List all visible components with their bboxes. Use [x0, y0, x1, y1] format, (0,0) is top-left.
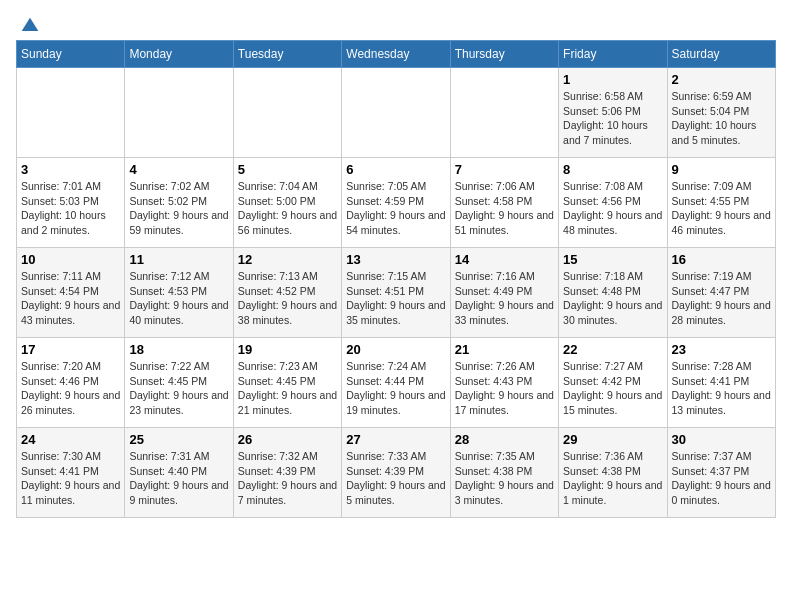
- calendar-cell: 8Sunrise: 7:08 AM Sunset: 4:56 PM Daylig…: [559, 158, 667, 248]
- day-info: Sunrise: 7:31 AM Sunset: 4:40 PM Dayligh…: [129, 449, 228, 508]
- calendar-cell: 19Sunrise: 7:23 AM Sunset: 4:45 PM Dayli…: [233, 338, 341, 428]
- day-number: 6: [346, 162, 445, 177]
- day-info: Sunrise: 7:37 AM Sunset: 4:37 PM Dayligh…: [672, 449, 771, 508]
- day-number: 3: [21, 162, 120, 177]
- calendar-cell: 15Sunrise: 7:18 AM Sunset: 4:48 PM Dayli…: [559, 248, 667, 338]
- calendar-cell: 13Sunrise: 7:15 AM Sunset: 4:51 PM Dayli…: [342, 248, 450, 338]
- calendar-cell: 10Sunrise: 7:11 AM Sunset: 4:54 PM Dayli…: [17, 248, 125, 338]
- calendar-cell: 4Sunrise: 7:02 AM Sunset: 5:02 PM Daylig…: [125, 158, 233, 248]
- calendar-row: 1Sunrise: 6:58 AM Sunset: 5:06 PM Daylig…: [17, 68, 776, 158]
- col-header-monday: Monday: [125, 41, 233, 68]
- day-info: Sunrise: 7:22 AM Sunset: 4:45 PM Dayligh…: [129, 359, 228, 418]
- calendar-cell: 1Sunrise: 6:58 AM Sunset: 5:06 PM Daylig…: [559, 68, 667, 158]
- calendar-cell: 28Sunrise: 7:35 AM Sunset: 4:38 PM Dayli…: [450, 428, 558, 518]
- day-number: 15: [563, 252, 662, 267]
- calendar-cell: [450, 68, 558, 158]
- day-info: Sunrise: 7:26 AM Sunset: 4:43 PM Dayligh…: [455, 359, 554, 418]
- day-info: Sunrise: 7:12 AM Sunset: 4:53 PM Dayligh…: [129, 269, 228, 328]
- day-info: Sunrise: 7:23 AM Sunset: 4:45 PM Dayligh…: [238, 359, 337, 418]
- day-info: Sunrise: 7:33 AM Sunset: 4:39 PM Dayligh…: [346, 449, 445, 508]
- day-number: 1: [563, 72, 662, 87]
- day-number: 9: [672, 162, 771, 177]
- calendar-table: SundayMondayTuesdayWednesdayThursdayFrid…: [16, 40, 776, 518]
- day-number: 7: [455, 162, 554, 177]
- col-header-wednesday: Wednesday: [342, 41, 450, 68]
- day-info: Sunrise: 7:35 AM Sunset: 4:38 PM Dayligh…: [455, 449, 554, 508]
- calendar-cell: 12Sunrise: 7:13 AM Sunset: 4:52 PM Dayli…: [233, 248, 341, 338]
- day-number: 22: [563, 342, 662, 357]
- calendar-row: 10Sunrise: 7:11 AM Sunset: 4:54 PM Dayli…: [17, 248, 776, 338]
- calendar-cell: 25Sunrise: 7:31 AM Sunset: 4:40 PM Dayli…: [125, 428, 233, 518]
- calendar-cell: 29Sunrise: 7:36 AM Sunset: 4:38 PM Dayli…: [559, 428, 667, 518]
- calendar-cell: 11Sunrise: 7:12 AM Sunset: 4:53 PM Dayli…: [125, 248, 233, 338]
- calendar-cell: 2Sunrise: 6:59 AM Sunset: 5:04 PM Daylig…: [667, 68, 775, 158]
- calendar-cell: 26Sunrise: 7:32 AM Sunset: 4:39 PM Dayli…: [233, 428, 341, 518]
- calendar-cell: 24Sunrise: 7:30 AM Sunset: 4:41 PM Dayli…: [17, 428, 125, 518]
- col-header-tuesday: Tuesday: [233, 41, 341, 68]
- day-number: 2: [672, 72, 771, 87]
- day-info: Sunrise: 7:13 AM Sunset: 4:52 PM Dayligh…: [238, 269, 337, 328]
- calendar-cell: 21Sunrise: 7:26 AM Sunset: 4:43 PM Dayli…: [450, 338, 558, 428]
- day-info: Sunrise: 7:02 AM Sunset: 5:02 PM Dayligh…: [129, 179, 228, 238]
- day-info: Sunrise: 7:16 AM Sunset: 4:49 PM Dayligh…: [455, 269, 554, 328]
- calendar-cell: 14Sunrise: 7:16 AM Sunset: 4:49 PM Dayli…: [450, 248, 558, 338]
- day-number: 14: [455, 252, 554, 267]
- calendar-row: 17Sunrise: 7:20 AM Sunset: 4:46 PM Dayli…: [17, 338, 776, 428]
- day-number: 5: [238, 162, 337, 177]
- col-header-saturday: Saturday: [667, 41, 775, 68]
- calendar-cell: 3Sunrise: 7:01 AM Sunset: 5:03 PM Daylig…: [17, 158, 125, 248]
- calendar-cell: 5Sunrise: 7:04 AM Sunset: 5:00 PM Daylig…: [233, 158, 341, 248]
- calendar-cell: 9Sunrise: 7:09 AM Sunset: 4:55 PM Daylig…: [667, 158, 775, 248]
- day-info: Sunrise: 7:19 AM Sunset: 4:47 PM Dayligh…: [672, 269, 771, 328]
- day-info: Sunrise: 7:32 AM Sunset: 4:39 PM Dayligh…: [238, 449, 337, 508]
- logo-icon: [20, 16, 40, 36]
- day-info: Sunrise: 6:58 AM Sunset: 5:06 PM Dayligh…: [563, 89, 662, 148]
- day-number: 11: [129, 252, 228, 267]
- day-info: Sunrise: 7:08 AM Sunset: 4:56 PM Dayligh…: [563, 179, 662, 238]
- day-info: Sunrise: 7:01 AM Sunset: 5:03 PM Dayligh…: [21, 179, 120, 238]
- day-info: Sunrise: 7:05 AM Sunset: 4:59 PM Dayligh…: [346, 179, 445, 238]
- day-info: Sunrise: 7:04 AM Sunset: 5:00 PM Dayligh…: [238, 179, 337, 238]
- day-number: 12: [238, 252, 337, 267]
- day-info: Sunrise: 7:20 AM Sunset: 4:46 PM Dayligh…: [21, 359, 120, 418]
- day-info: Sunrise: 7:27 AM Sunset: 4:42 PM Dayligh…: [563, 359, 662, 418]
- calendar-cell: [342, 68, 450, 158]
- calendar-cell: 30Sunrise: 7:37 AM Sunset: 4:37 PM Dayli…: [667, 428, 775, 518]
- day-number: 24: [21, 432, 120, 447]
- day-number: 18: [129, 342, 228, 357]
- calendar-cell: 23Sunrise: 7:28 AM Sunset: 4:41 PM Dayli…: [667, 338, 775, 428]
- day-info: Sunrise: 7:30 AM Sunset: 4:41 PM Dayligh…: [21, 449, 120, 508]
- day-info: Sunrise: 7:09 AM Sunset: 4:55 PM Dayligh…: [672, 179, 771, 238]
- col-header-sunday: Sunday: [17, 41, 125, 68]
- day-info: Sunrise: 7:36 AM Sunset: 4:38 PM Dayligh…: [563, 449, 662, 508]
- day-number: 26: [238, 432, 337, 447]
- page-header: [16, 16, 776, 32]
- day-number: 13: [346, 252, 445, 267]
- day-number: 27: [346, 432, 445, 447]
- day-number: 28: [455, 432, 554, 447]
- day-number: 23: [672, 342, 771, 357]
- calendar-row: 3Sunrise: 7:01 AM Sunset: 5:03 PM Daylig…: [17, 158, 776, 248]
- calendar-cell: 6Sunrise: 7:05 AM Sunset: 4:59 PM Daylig…: [342, 158, 450, 248]
- calendar-cell: 18Sunrise: 7:22 AM Sunset: 4:45 PM Dayli…: [125, 338, 233, 428]
- day-number: 25: [129, 432, 228, 447]
- day-number: 4: [129, 162, 228, 177]
- day-info: Sunrise: 7:06 AM Sunset: 4:58 PM Dayligh…: [455, 179, 554, 238]
- calendar-row: 24Sunrise: 7:30 AM Sunset: 4:41 PM Dayli…: [17, 428, 776, 518]
- day-number: 17: [21, 342, 120, 357]
- calendar-cell: 7Sunrise: 7:06 AM Sunset: 4:58 PM Daylig…: [450, 158, 558, 248]
- day-info: Sunrise: 6:59 AM Sunset: 5:04 PM Dayligh…: [672, 89, 771, 148]
- day-number: 8: [563, 162, 662, 177]
- day-info: Sunrise: 7:15 AM Sunset: 4:51 PM Dayligh…: [346, 269, 445, 328]
- calendar-cell: 20Sunrise: 7:24 AM Sunset: 4:44 PM Dayli…: [342, 338, 450, 428]
- calendar-cell: 17Sunrise: 7:20 AM Sunset: 4:46 PM Dayli…: [17, 338, 125, 428]
- day-info: Sunrise: 7:24 AM Sunset: 4:44 PM Dayligh…: [346, 359, 445, 418]
- day-info: Sunrise: 7:18 AM Sunset: 4:48 PM Dayligh…: [563, 269, 662, 328]
- calendar-cell: [233, 68, 341, 158]
- day-info: Sunrise: 7:28 AM Sunset: 4:41 PM Dayligh…: [672, 359, 771, 418]
- day-info: Sunrise: 7:11 AM Sunset: 4:54 PM Dayligh…: [21, 269, 120, 328]
- day-number: 16: [672, 252, 771, 267]
- day-number: 10: [21, 252, 120, 267]
- day-number: 21: [455, 342, 554, 357]
- calendar-cell: 16Sunrise: 7:19 AM Sunset: 4:47 PM Dayli…: [667, 248, 775, 338]
